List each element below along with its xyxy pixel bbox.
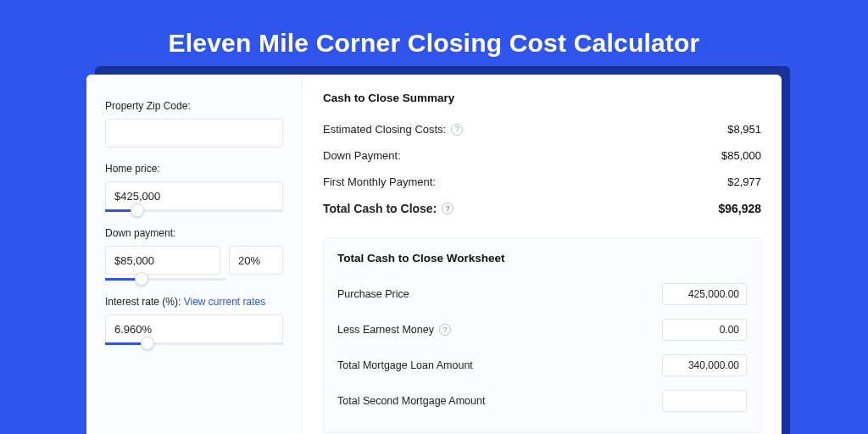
worksheet-label: Total Mortgage Loan Amount [337, 359, 473, 371]
down-payment-amount-input[interactable] [105, 246, 220, 275]
slider-thumb-icon[interactable] [141, 337, 154, 350]
field-interest-rate: Interest rate (%): View current rates [105, 296, 283, 345]
summary-title: Cash to Close Summary [323, 92, 761, 104]
field-home-price: Home price: [105, 163, 283, 212]
worksheet-title: Total Cash to Close Worksheet [337, 252, 747, 264]
summary-value: $8,951 [727, 123, 761, 136]
help-icon[interactable]: ? [451, 124, 463, 136]
interest-rate-label-text: Interest rate (%): [105, 296, 184, 308]
down-payment-slider[interactable] [105, 278, 226, 281]
calculator-panel: Property Zip Code: Home price: Down paym… [86, 75, 782, 434]
worksheet-row: Total Mortgage Loan Amount [337, 348, 747, 383]
summary-total-row: Total Cash to Close: ? $96,928 [323, 195, 761, 222]
worksheet-row: Purchase Price [337, 276, 747, 312]
page-title: Eleven Mile Corner Closing Cost Calculat… [0, 0, 868, 75]
summary-value: $85,000 [721, 149, 761, 162]
worksheet-row: Total Second Mortgage Amount [337, 383, 747, 419]
worksheet-row: Less Earnest Money ? [337, 312, 747, 348]
zip-input[interactable] [105, 119, 283, 147]
slider-thumb-icon[interactable] [131, 203, 144, 217]
view-current-rates-link[interactable]: View current rates [184, 296, 266, 308]
worksheet-section: Total Cash to Close Worksheet Purchase P… [323, 237, 761, 433]
calculator-panel-wrap: Property Zip Code: Home price: Down paym… [86, 75, 782, 434]
field-down-payment: Down payment: [105, 227, 283, 281]
summary-row: First Monthly Payment: $2,977 [323, 169, 761, 195]
help-icon[interactable]: ? [442, 203, 453, 214]
worksheet-input-purchase-price[interactable] [662, 283, 747, 305]
field-zip: Property Zip Code: [105, 100, 283, 147]
home-price-slider-wrap [105, 181, 283, 212]
interest-rate-label: Interest rate (%): View current rates [105, 296, 283, 308]
down-payment-percent-input[interactable] [229, 246, 283, 275]
summary-total-value: $96,928 [718, 202, 761, 215]
summary-label: First Monthly Payment: [323, 175, 436, 188]
summary-total-label: Total Cash to Close: [323, 202, 437, 215]
home-price-slider[interactable] [105, 209, 283, 212]
interest-rate-slider-wrap [105, 314, 283, 345]
results-panel: Cash to Close Summary Estimated Closing … [303, 75, 782, 434]
worksheet-label: Total Second Mortgage Amount [337, 395, 485, 407]
summary-label: Estimated Closing Costs: [323, 123, 446, 136]
summary-label: Down Payment: [323, 149, 401, 162]
worksheet-input-earnest-money[interactable] [662, 319, 747, 341]
inputs-sidebar: Property Zip Code: Home price: Down paym… [86, 75, 303, 434]
worksheet-input-second-mortgage[interactable] [662, 390, 747, 412]
zip-label: Property Zip Code: [105, 100, 283, 112]
home-price-label: Home price: [105, 163, 283, 175]
slider-thumb-icon[interactable] [135, 272, 148, 286]
summary-row: Down Payment: $85,000 [323, 142, 761, 169]
summary-value: $2,977 [727, 175, 761, 188]
worksheet-label: Less Earnest Money [337, 324, 434, 336]
worksheet-input-mortgage-amount[interactable] [662, 354, 747, 376]
interest-rate-input[interactable] [105, 314, 283, 343]
worksheet-label: Purchase Price [337, 288, 409, 300]
summary-row: Estimated Closing Costs: ? $8,951 [323, 116, 761, 142]
down-payment-label: Down payment: [105, 227, 283, 239]
interest-rate-slider[interactable] [105, 342, 283, 345]
help-icon[interactable]: ? [439, 324, 451, 336]
